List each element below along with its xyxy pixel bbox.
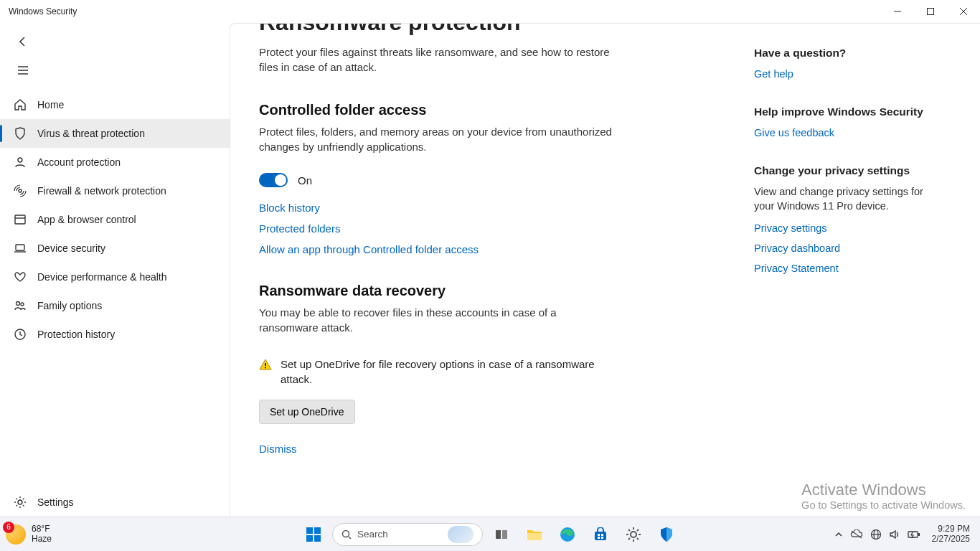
page-intro: Protect your files against threats like …	[259, 44, 618, 75]
svg-rect-21	[306, 535, 313, 542]
close-button[interactable]	[947, 0, 980, 23]
tray-chevron-icon[interactable]	[834, 530, 843, 539]
svg-point-13	[17, 302, 20, 306]
nav-label: Family options	[37, 300, 102, 311]
tray-time: 9:29 PM	[932, 524, 970, 534]
tray-volume-icon[interactable]	[889, 529, 900, 540]
taskbar-settings[interactable]	[619, 520, 648, 549]
svg-point-23	[343, 530, 349, 537]
people-icon	[13, 298, 27, 313]
taskbar-explorer[interactable]	[520, 520, 549, 549]
svg-rect-33	[601, 537, 603, 539]
aside-privacy-title: Change your privacy settings	[754, 164, 941, 177]
nav-account-protection[interactable]: Account protection	[0, 148, 230, 176]
svg-point-14	[21, 303, 24, 306]
watermark-title: Activate Windows	[801, 481, 966, 499]
page-title: Ransomware protection	[259, 24, 718, 36]
svg-rect-30	[598, 534, 600, 536]
watermark-sub: Go to Settings to activate Windows.	[801, 499, 966, 511]
svg-rect-22	[314, 535, 321, 542]
onedrive-msg: Set up OneDrive for file recovery option…	[281, 357, 596, 387]
taskbar-taskview[interactable]	[487, 520, 516, 549]
link-privacy-settings[interactable]: Privacy settings	[754, 222, 941, 234]
tray-date: 2/27/2025	[932, 534, 970, 545]
taskbar-security[interactable]	[652, 520, 681, 549]
nav-settings[interactable]: Settings	[0, 488, 230, 517]
main-content: Ransomware protection Protect your files…	[230, 23, 980, 517]
link-block-history[interactable]: Block history	[259, 202, 718, 214]
shield-icon	[13, 126, 27, 141]
heart-icon	[13, 270, 27, 284]
nav-device-performance[interactable]: Device performance & health	[0, 263, 230, 291]
nav-label: Virus & threat protection	[37, 128, 145, 139]
recovery-desc: You may be able to recover files in thes…	[259, 305, 618, 335]
search-placeholder: Search	[357, 529, 388, 540]
nav-home[interactable]: Home	[0, 90, 230, 119]
tray-clock[interactable]: 9:29 PM 2/27/2025	[932, 524, 970, 545]
nav-protection-history[interactable]: Protection history	[0, 320, 230, 349]
link-get-help[interactable]: Get help	[754, 68, 941, 80]
link-privacy-dashboard[interactable]: Privacy dashboard	[754, 242, 941, 254]
minimize-button[interactable]	[881, 0, 914, 23]
svg-rect-9	[15, 215, 25, 224]
window-title: Windows Security	[9, 6, 77, 17]
back-button[interactable]	[10, 29, 36, 55]
home-icon	[13, 98, 27, 112]
svg-rect-32	[598, 537, 600, 539]
weather-icon: 6	[6, 524, 26, 545]
tray-onedrive-icon[interactable]	[850, 529, 863, 540]
nav-app-browser[interactable]: App & browser control	[0, 205, 230, 234]
nav-label: Device performance & health	[37, 271, 167, 283]
svg-rect-19	[306, 527, 313, 534]
warning-icon	[259, 358, 272, 371]
setup-onedrive-button[interactable]: Set up OneDrive	[259, 400, 355, 424]
weather-temp: 68°F	[32, 524, 52, 534]
svg-rect-1	[928, 9, 934, 15]
svg-point-8	[19, 189, 22, 192]
history-icon	[13, 327, 27, 342]
svg-point-16	[18, 500, 22, 504]
weather-badge: 6	[3, 522, 14, 533]
nav-family-options[interactable]: Family options	[0, 291, 230, 320]
nav-virus-threat[interactable]: Virus & threat protection	[0, 119, 230, 148]
network-icon	[13, 184, 27, 198]
start-button[interactable]	[299, 520, 328, 549]
svg-rect-11	[16, 245, 24, 250]
svg-rect-29	[595, 532, 606, 540]
svg-point-34	[631, 532, 636, 537]
aside: Have a question? Get help Help improve W…	[747, 24, 962, 517]
person-icon	[13, 155, 27, 169]
cfa-heading: Controlled folder access	[259, 102, 718, 118]
cfa-toggle-label: On	[298, 174, 312, 187]
link-allow-app[interactable]: Allow an app through Controlled folder a…	[259, 243, 718, 255]
tray-power-icon[interactable]	[908, 529, 920, 540]
svg-rect-20	[314, 527, 321, 534]
link-feedback[interactable]: Give us feedback	[754, 127, 941, 138]
gear-icon	[13, 495, 27, 509]
recovery-heading: Ransomware data recovery	[259, 283, 718, 299]
maximize-button[interactable]	[914, 0, 947, 23]
svg-rect-31	[601, 534, 603, 536]
svg-rect-25	[496, 530, 501, 539]
tray-language-icon[interactable]	[870, 529, 882, 540]
nav-firewall[interactable]: Firewall & network protection	[0, 176, 230, 205]
taskbar-edge[interactable]	[553, 520, 582, 549]
nav-device-security[interactable]: Device security	[0, 234, 230, 263]
cfa-toggle[interactable]	[259, 173, 288, 187]
aside-privacy-desc: View and change privacy settings for you…	[754, 184, 941, 214]
svg-rect-26	[502, 530, 507, 539]
search-visual-icon	[448, 526, 473, 543]
taskbar-weather[interactable]: 6 68°F Haze	[6, 524, 52, 545]
nav-label: App & browser control	[37, 214, 136, 225]
svg-rect-27	[527, 533, 542, 540]
nav-menu-button[interactable]	[10, 57, 36, 83]
aside-question-title: Have a question?	[754, 47, 941, 60]
taskbar-store[interactable]	[586, 520, 615, 549]
taskbar-search[interactable]: Search	[332, 523, 483, 546]
cfa-desc: Protect files, folders, and memory areas…	[259, 124, 618, 154]
link-privacy-statement[interactable]: Privacy Statement	[754, 263, 941, 274]
nav-label: Device security	[37, 242, 105, 254]
nav-label: Home	[37, 99, 64, 110]
link-protected-folders[interactable]: Protected folders	[259, 222, 718, 235]
link-dismiss[interactable]: Dismiss	[259, 443, 718, 455]
